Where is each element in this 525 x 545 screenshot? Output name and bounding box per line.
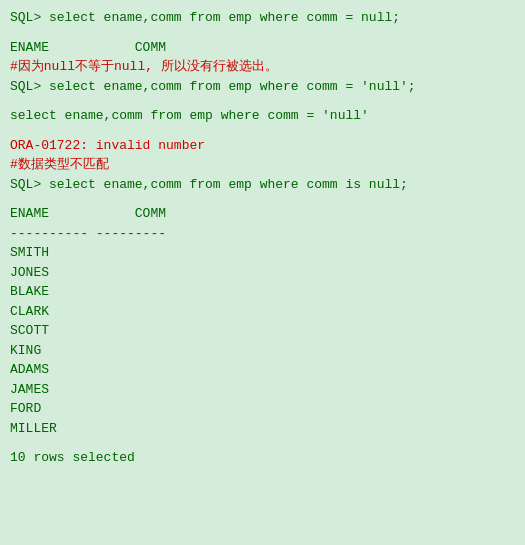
data-row: MILLER [10,419,515,439]
sql-prompt-line: SQL> select ename,comm from emp where co… [10,175,515,195]
rows-selected-footer: 10 rows selected [10,448,515,468]
error-message: ORA-01722: invalid number [10,136,515,156]
data-row: JAMES [10,380,515,400]
blank-line [10,126,515,136]
data-row: SCOTT [10,321,515,341]
data-row: CLARK [10,302,515,322]
data-row: SMITH [10,243,515,263]
column-header: ENAME COMM [10,38,515,58]
column-separator: ---------- --------- [10,224,515,244]
blank-line [10,194,515,204]
sql-prompt-line: SQL> select ename,comm from emp where co… [10,77,515,97]
data-row: FORD [10,399,515,419]
data-row: ADAMS [10,360,515,380]
blank-line [10,438,515,448]
comment-line: #数据类型不匹配 [10,155,515,175]
sql-prompt-line: SQL> select ename,comm from emp where co… [10,8,515,28]
blank-line [10,28,515,38]
terminal-output: SQL> select ename,comm from emp where co… [10,8,515,468]
data-row: BLAKE [10,282,515,302]
sql-echo-line: select ename,comm from emp where comm = … [10,106,515,126]
comment-line: #因为null不等于null, 所以没有行被选出。 [10,57,515,77]
blank-line [10,96,515,106]
data-row: KING [10,341,515,361]
column-header: ENAME COMM [10,204,515,224]
data-row: JONES [10,263,515,283]
